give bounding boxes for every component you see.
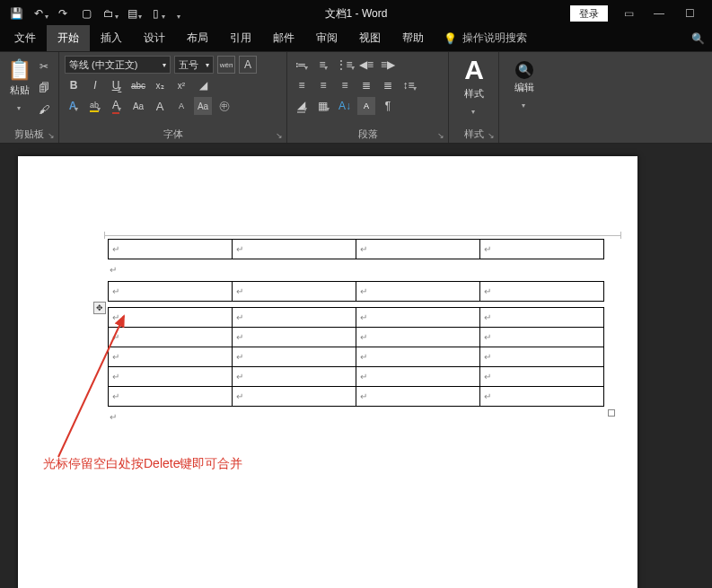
table-cell[interactable]: ↵ [480, 387, 604, 407]
table-cell[interactable]: ↵ [233, 240, 356, 259]
touch-mode-button[interactable]: ▤▾ [122, 3, 144, 24]
open-button[interactable]: 🗀▾ [99, 3, 120, 24]
justify-button[interactable]: ≣ [357, 76, 375, 94]
table-2[interactable]: ↵ ↵ ↵ ↵ [108, 281, 604, 302]
table-3[interactable]: ↵↵↵↵ ↵↵↵↵ ↵↵↵↵ ↵↵↵↵ ↵↵↵↵ [108, 307, 604, 407]
new-button[interactable]: ▢ [75, 3, 97, 24]
strikethrough-button[interactable]: abc [129, 76, 147, 94]
table-cell[interactable]: ↵ [356, 347, 480, 367]
tell-me[interactable]: 💡操作说明搜索 [435, 25, 536, 51]
subscript-button[interactable]: x₂ [151, 76, 169, 94]
table-cell[interactable]: ↵ [480, 347, 604, 367]
highlight-button[interactable]: ab▾ [86, 97, 104, 115]
distribute-button[interactable]: ≣ [379, 76, 397, 94]
table-row[interactable]: ↵ ↵ ↵ ↵ [109, 240, 604, 259]
phonetic-guide-button[interactable]: wén [217, 56, 235, 74]
table-cell[interactable]: ↵ [233, 387, 356, 407]
login-button[interactable]: 登录 [570, 5, 608, 22]
qat-customize[interactable]: ▾ [169, 3, 190, 24]
underline-button[interactable]: U▾ [108, 76, 126, 94]
tab-mail[interactable]: 邮件 [262, 25, 305, 51]
italic-button[interactable]: I [86, 76, 104, 94]
table-cell[interactable]: ↵ [233, 308, 356, 328]
table-cell[interactable]: ↵ [480, 328, 604, 347]
table-cell[interactable]: ↵ [109, 282, 233, 302]
tab-insert[interactable]: 插入 [90, 25, 133, 51]
tab-view[interactable]: 视图 [348, 25, 391, 51]
table-resize-handle[interactable] [608, 409, 615, 417]
copy-button[interactable]: 🗐 [35, 79, 53, 97]
table-cell[interactable]: ↵ [233, 347, 356, 367]
table-cell[interactable]: ↵ [109, 367, 233, 387]
font-size-select[interactable]: 五号▾ [174, 56, 214, 74]
table-cell[interactable]: ↵ [356, 240, 480, 259]
tab-file[interactable]: 文件 [4, 25, 47, 51]
table-cell[interactable]: ↵ [109, 308, 233, 328]
paste-button[interactable]: 📋 粘贴 ▾ [5, 56, 33, 115]
search-button[interactable]: 🔍 [691, 32, 705, 45]
tab-review[interactable]: 审阅 [305, 25, 348, 51]
font-launcher[interactable]: ↘ [274, 130, 285, 141]
table-row[interactable]: ↵ ↵ ↵ ↵ [109, 282, 604, 302]
redo-button[interactable]: ↷ [52, 3, 74, 24]
align-left-button[interactable]: ≡ [293, 76, 311, 94]
table-row[interactable]: ↵↵↵↵ [109, 347, 604, 367]
tab-references[interactable]: 引用 [219, 25, 262, 51]
format-painter-button[interactable]: 🖌 [35, 101, 53, 118]
table-cell[interactable]: ↵ [109, 347, 233, 367]
grow-font-button[interactable]: A [151, 97, 169, 115]
numbering-button[interactable]: ≡▾ [314, 56, 332, 74]
paragraph-mark[interactable]: ↵ [108, 412, 604, 428]
table-cell[interactable]: ↵ [356, 308, 480, 328]
align-right-button[interactable]: ≡ [336, 76, 354, 94]
table-cell[interactable]: ↵ [233, 367, 356, 387]
table-row[interactable]: ↵↵↵↵ [109, 328, 604, 347]
bold-button[interactable]: B [65, 76, 83, 94]
table-row[interactable]: ↵↵↵↵ [109, 387, 604, 407]
table-cell[interactable]: ↵ [233, 282, 356, 302]
show-marks-button[interactable]: ¶ [379, 97, 397, 115]
decrease-indent-button[interactable]: ◀≡ [357, 56, 375, 74]
editing-button[interactable]: 🔍 编辑 ▾ [505, 56, 544, 115]
font-name-select[interactable]: 等线 (中文正文)▾ [65, 56, 171, 74]
line-spacing-button[interactable]: ↕≡▾ [400, 76, 418, 94]
bullets-button[interactable]: ≔▾ [293, 56, 311, 74]
paragraph-launcher[interactable]: ↘ [435, 130, 446, 141]
table-cell[interactable]: ↵ [480, 240, 604, 259]
table-cell[interactable]: ↵ [233, 328, 356, 347]
table-row[interactable]: ↵↵↵↵ [109, 308, 604, 328]
shrink-font-button[interactable]: A [172, 97, 190, 115]
ribbon-options-button[interactable]: ▭ [613, 3, 644, 24]
increase-indent-button[interactable]: ≡▶ [379, 56, 397, 74]
borders-button[interactable]: ▦▾ [314, 97, 332, 115]
styles-launcher[interactable]: ↘ [486, 130, 497, 141]
superscript-button[interactable]: x² [172, 76, 190, 94]
table-cell[interactable]: ↵ [356, 282, 480, 302]
tab-design[interactable]: 设计 [133, 25, 176, 51]
align-center-button[interactable]: ≡ [314, 76, 332, 94]
char-border-button[interactable]: A [239, 56, 257, 74]
text-direction-button[interactable]: A [357, 97, 375, 115]
table-cell[interactable]: ↵ [356, 328, 480, 347]
page[interactable]: ↵ ↵ ↵ ↵ ↵ ↵ ↵ ↵ ↵ ✥ ↵↵↵↵ [18, 156, 637, 588]
shading-button[interactable]: ◢▾ [293, 97, 311, 115]
table-cell[interactable]: ↵ [109, 328, 233, 347]
table-cell[interactable]: ↵ [480, 308, 604, 328]
text-effects-button[interactable]: A▾ [65, 97, 83, 115]
table-cell[interactable]: ↵ [109, 240, 233, 259]
font-color-button[interactable]: A▾ [108, 97, 126, 115]
cut-button[interactable]: ✂ [35, 57, 53, 75]
sort-button[interactable]: A↓ [336, 97, 354, 115]
paragraph-mark[interactable]: ↵ [108, 265, 604, 281]
tab-layout[interactable]: 布局 [176, 25, 219, 51]
table-cell[interactable]: ↵ [356, 387, 480, 407]
table-1[interactable]: ↵ ↵ ↵ ↵ [108, 239, 604, 259]
table-cell[interactable]: ↵ [480, 282, 604, 302]
char-shading-button[interactable]: Aa [194, 97, 212, 115]
clear-formatting-button[interactable]: ◢ [194, 76, 212, 94]
styles-button[interactable]: A 样式 ▾ [454, 56, 494, 115]
clipboard-launcher[interactable]: ↘ [46, 130, 57, 141]
tab-help[interactable]: 帮助 [391, 25, 435, 51]
save-button[interactable]: 💾 [5, 3, 27, 24]
table-move-handle[interactable]: ✥ [93, 302, 106, 314]
